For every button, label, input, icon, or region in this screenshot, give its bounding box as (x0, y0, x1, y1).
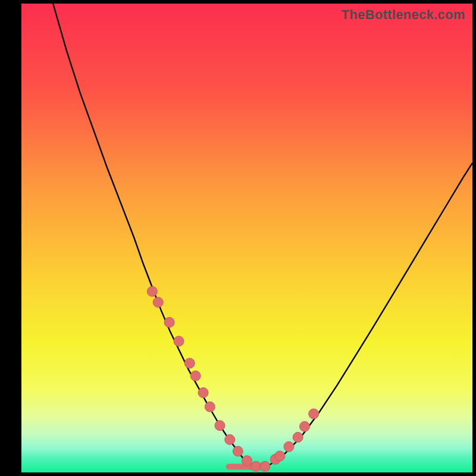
marker-dot (198, 388, 208, 398)
plot-area: TheBottleneck.com (21, 4, 472, 472)
marker-dot (190, 371, 201, 381)
marker-dots (147, 286, 318, 471)
marker-dot (164, 317, 174, 327)
curve-layer (21, 4, 472, 472)
marker-dot (260, 461, 270, 471)
chart-frame: TheBottleneck.com (0, 0, 476, 476)
marker-dot (147, 286, 157, 296)
marker-dot (275, 451, 285, 461)
marker-dot (300, 421, 310, 431)
marker-dot (215, 421, 225, 431)
marker-dot (153, 298, 163, 308)
bottleneck-curve (53, 4, 472, 468)
marker-dot (251, 461, 261, 471)
marker-dot (225, 434, 235, 444)
marker-dot (174, 336, 184, 346)
marker-dot (205, 402, 215, 412)
marker-dot (309, 409, 319, 419)
marker-dot (293, 432, 303, 442)
marker-dot (233, 446, 243, 456)
marker-dot (284, 441, 294, 452)
marker-dot (184, 358, 195, 368)
marker-dot (242, 456, 252, 466)
